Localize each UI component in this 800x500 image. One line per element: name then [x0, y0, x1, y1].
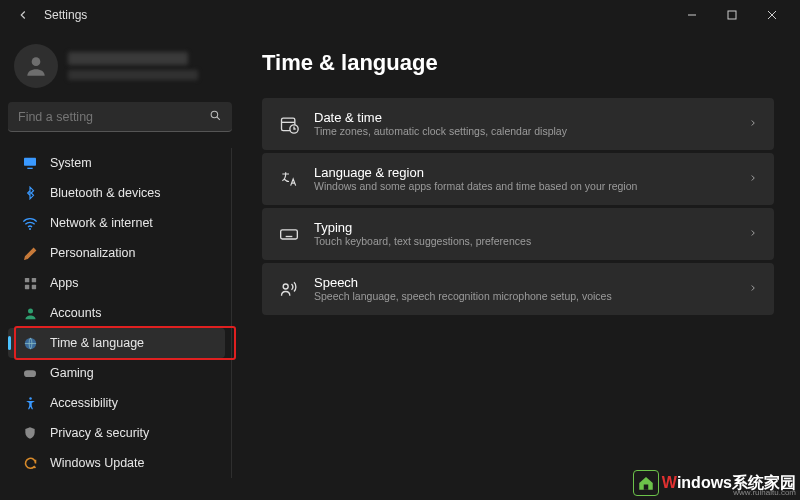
- nav-list: System Bluetooth & devices Network & int…: [8, 148, 232, 478]
- card-subtitle: Windows and some apps format dates and t…: [314, 180, 734, 194]
- card-title: Speech: [314, 275, 734, 290]
- svg-rect-11: [31, 277, 35, 281]
- search-box[interactable]: [8, 102, 232, 132]
- sidebar-item-apps[interactable]: Apps: [8, 268, 225, 298]
- language-region-icon: [278, 168, 300, 190]
- sidebar-item-label: Network & internet: [50, 216, 153, 230]
- sidebar-item-label: Accessibility: [50, 396, 118, 410]
- window-title: Settings: [44, 8, 87, 22]
- card-speech[interactable]: Speech Speech language, speech recogniti…: [262, 263, 774, 315]
- svg-rect-21: [281, 230, 298, 239]
- typing-icon: [278, 223, 300, 245]
- speech-icon: [278, 278, 300, 300]
- sidebar-item-accounts[interactable]: Accounts: [8, 298, 225, 328]
- accounts-icon: [22, 305, 38, 321]
- close-button[interactable]: [752, 0, 792, 30]
- profile-section[interactable]: [8, 38, 232, 102]
- apps-icon: [22, 275, 38, 291]
- chevron-right-icon: [748, 227, 758, 241]
- content-pane: Time & language Date & time Time zones, …: [240, 30, 800, 500]
- sidebar-item-windows-update[interactable]: Windows Update: [8, 448, 225, 478]
- search-input[interactable]: [18, 110, 209, 124]
- sidebar-item-time-language[interactable]: Time & language: [8, 328, 225, 358]
- main-layout: System Bluetooth & devices Network & int…: [0, 30, 800, 500]
- sidebar: System Bluetooth & devices Network & int…: [0, 30, 240, 500]
- search-icon: [209, 109, 222, 125]
- network-icon: [22, 215, 38, 231]
- sidebar-item-label: Gaming: [50, 366, 94, 380]
- svg-rect-10: [24, 277, 28, 281]
- chevron-right-icon: [748, 282, 758, 296]
- sidebar-item-label: Apps: [50, 276, 79, 290]
- card-title: Date & time: [314, 110, 734, 125]
- profile-text: [68, 52, 198, 80]
- card-title: Typing: [314, 220, 734, 235]
- date-time-icon: [278, 113, 300, 135]
- privacy-icon: [22, 425, 38, 441]
- svg-point-27: [283, 284, 288, 289]
- sidebar-item-label: Personalization: [50, 246, 135, 260]
- personalization-icon: [22, 245, 38, 261]
- card-title: Language & region: [314, 165, 734, 180]
- svg-rect-12: [24, 284, 28, 288]
- card-date-time[interactable]: Date & time Time zones, automatic clock …: [262, 98, 774, 150]
- svg-point-4: [32, 57, 41, 66]
- update-icon: [22, 455, 38, 471]
- svg-line-6: [217, 116, 220, 119]
- sidebar-item-label: Time & language: [50, 336, 144, 350]
- card-subtitle: Speech language, speech recognition micr…: [314, 290, 734, 304]
- chevron-right-icon: [748, 172, 758, 186]
- svg-rect-13: [31, 284, 35, 288]
- profile-name-redacted: [68, 52, 188, 65]
- sidebar-item-label: Bluetooth & devices: [50, 186, 161, 200]
- profile-email-redacted: [68, 70, 198, 80]
- titlebar: Settings: [0, 0, 800, 30]
- time-language-icon: [22, 335, 38, 351]
- sidebar-item-network[interactable]: Network & internet: [8, 208, 225, 238]
- svg-rect-16: [24, 370, 36, 377]
- card-subtitle: Time zones, automatic clock settings, ca…: [314, 125, 734, 139]
- minimize-button[interactable]: [672, 0, 712, 30]
- avatar: [14, 44, 58, 88]
- svg-point-17: [29, 397, 32, 400]
- svg-point-5: [211, 111, 218, 118]
- sidebar-item-label: System: [50, 156, 92, 170]
- sidebar-item-label: Windows Update: [50, 456, 145, 470]
- card-language-region[interactable]: Language & region Windows and some apps …: [262, 153, 774, 205]
- chevron-right-icon: [748, 117, 758, 131]
- gaming-icon: [22, 365, 38, 381]
- maximize-button[interactable]: [712, 0, 752, 30]
- sidebar-item-label: Accounts: [50, 306, 101, 320]
- card-subtitle: Touch keyboard, text suggestions, prefer…: [314, 235, 734, 249]
- sidebar-item-gaming[interactable]: Gaming: [8, 358, 225, 388]
- bluetooth-icon: [22, 185, 38, 201]
- svg-point-14: [28, 308, 33, 313]
- svg-point-9: [29, 228, 31, 230]
- accessibility-icon: [22, 395, 38, 411]
- sidebar-item-privacy[interactable]: Privacy & security: [8, 418, 225, 448]
- back-button[interactable]: [8, 0, 38, 30]
- sidebar-item-system[interactable]: System: [8, 148, 225, 178]
- sidebar-item-label: Privacy & security: [50, 426, 149, 440]
- sidebar-item-accessibility[interactable]: Accessibility: [8, 388, 225, 418]
- svg-rect-1: [728, 11, 736, 19]
- sidebar-item-bluetooth[interactable]: Bluetooth & devices: [8, 178, 225, 208]
- svg-rect-7: [24, 158, 36, 166]
- sidebar-item-personalization[interactable]: Personalization: [8, 238, 225, 268]
- card-typing[interactable]: Typing Touch keyboard, text suggestions,…: [262, 208, 774, 260]
- page-title: Time & language: [262, 50, 774, 76]
- system-icon: [22, 155, 38, 171]
